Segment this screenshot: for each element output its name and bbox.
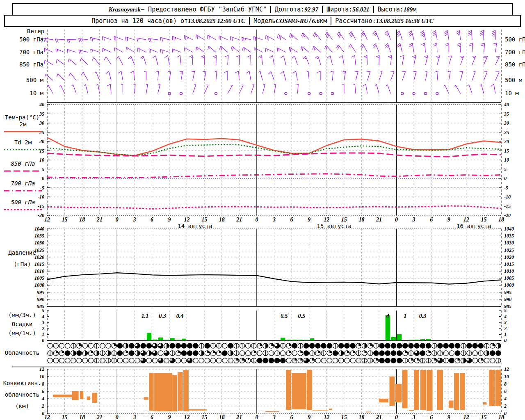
svg-text:21: 21: [96, 414, 103, 420]
wind-barbs: [44, 30, 500, 95]
svg-text:6: 6: [151, 414, 153, 420]
svg-text:25: 25: [39, 130, 44, 135]
svg-text:9: 9: [308, 414, 310, 420]
svg-text:40: 40: [39, 102, 44, 107]
svg-text:18: 18: [498, 414, 504, 420]
svg-text:0: 0: [395, 217, 398, 223]
svg-text:1020: 1020: [34, 254, 44, 260]
conv-cloud-layer: [313, 410, 328, 411]
svg-text:6: 6: [504, 388, 507, 394]
meteogram-plot: 500 гПа500 гПа700 гПа700 гПа850 гПа850 г…: [0, 0, 525, 420]
temperature-legend: 2мTd 2м850 гПа700 гПа500 гПа: [4, 121, 42, 210]
precip-bar: [304, 340, 308, 341]
conv-cloud-layer: [420, 370, 426, 410]
svg-text:-20: -20: [504, 212, 511, 218]
precip-bar: [426, 339, 431, 340]
svg-text:500 м: 500 м: [505, 77, 523, 83]
precip-bar: [298, 340, 303, 340]
svg-text:0: 0: [395, 414, 398, 420]
svg-text:1030: 1030: [34, 240, 44, 246]
svg-text:12: 12: [463, 217, 469, 223]
precip-bar: [281, 338, 285, 340]
svg-text:30: 30: [504, 120, 509, 126]
conv-cloud-layer: [460, 373, 465, 410]
svg-text:15: 15: [481, 414, 486, 420]
precip-bar: [391, 337, 396, 340]
precip-bar: [409, 340, 413, 341]
svg-text:5: 5: [504, 308, 507, 313]
temp-series-2м: [47, 137, 501, 155]
svg-text:9: 9: [447, 414, 450, 420]
svg-text:850 гПа: 850 гПа: [505, 61, 525, 68]
svg-text:1040: 1040: [504, 226, 514, 232]
svg-text:1010: 1010: [504, 268, 514, 274]
svg-text:1025: 1025: [34, 247, 44, 253]
conv-cloud-layer: [489, 370, 495, 406]
svg-text:12: 12: [463, 414, 469, 420]
svg-text:0: 0: [504, 176, 507, 181]
svg-text:-15: -15: [38, 203, 44, 209]
svg-text:10: 10: [504, 157, 509, 163]
conv-cloud-layer: [427, 370, 432, 411]
svg-text:12: 12: [184, 414, 190, 420]
svg-text:10: 10: [39, 374, 44, 379]
svg-text:12: 12: [504, 366, 509, 372]
svg-text:-5: -5: [40, 185, 44, 191]
svg-text:18: 18: [498, 217, 504, 223]
svg-text:5: 5: [504, 167, 507, 172]
precip-bar: [182, 339, 186, 340]
svg-text:6: 6: [151, 217, 153, 223]
svg-text:4: 4: [504, 396, 507, 402]
svg-text:700 гПа: 700 гПа: [505, 49, 525, 55]
svg-text:1000: 1000: [504, 282, 514, 288]
conv-cloud-layer: [390, 377, 395, 406]
svg-text:995: 995: [504, 290, 511, 295]
svg-text:500 гПа: 500 гПа: [505, 36, 525, 43]
svg-text:15: 15: [504, 148, 509, 154]
svg-text:-10: -10: [504, 194, 511, 200]
svg-text:10 м: 10 м: [505, 90, 519, 96]
cloudiness-rows: [12, 343, 501, 367]
conv-cloud-layer: [292, 373, 306, 409]
svg-text:35: 35: [39, 111, 44, 117]
svg-text:10 м: 10 м: [30, 90, 43, 96]
svg-text:10: 10: [39, 157, 44, 163]
svg-text:15: 15: [201, 414, 207, 420]
svg-text:9: 9: [447, 217, 450, 223]
svg-text:0.4: 0.4: [176, 313, 184, 319]
conv-cloud-layer: [72, 391, 79, 400]
svg-text:8: 8: [504, 381, 507, 387]
svg-text:3: 3: [412, 414, 415, 420]
conv-cloud-layer: [307, 370, 312, 410]
conv-cloud-layer: [395, 384, 402, 402]
svg-text:0: 0: [116, 414, 119, 420]
pressure-chart: 1040104010351035103010301025102510201020…: [34, 226, 514, 309]
svg-text:3: 3: [272, 217, 276, 223]
conv-cloud-layer: [87, 397, 91, 400]
svg-text:1015: 1015: [34, 261, 44, 267]
precip-bar: [415, 340, 419, 340]
svg-text:9: 9: [168, 414, 171, 420]
svg-text:1005: 1005: [504, 275, 514, 281]
svg-text:4: 4: [504, 314, 507, 320]
svg-text:16 августа: 16 августа: [457, 223, 491, 229]
conv-cloud-layer: [366, 412, 371, 413]
svg-text:0: 0: [255, 217, 258, 223]
svg-text:8: 8: [42, 381, 44, 387]
svg-text:21: 21: [96, 217, 103, 223]
precip-bar: [286, 340, 291, 340]
svg-text:15: 15: [341, 217, 347, 223]
svg-text:1005: 1005: [34, 275, 44, 281]
conv-cloud-layer: [437, 370, 443, 410]
wind-section: 500 гПа500 гПа700 гПа700 гПа850 гПа850 г…: [19, 30, 525, 103]
svg-text:3: 3: [504, 320, 507, 325]
svg-text:18: 18: [358, 414, 364, 420]
svg-text:12: 12: [324, 414, 329, 420]
svg-text:0: 0: [116, 217, 119, 223]
precip-bar: [170, 338, 175, 340]
svg-text:1025: 1025: [504, 247, 514, 253]
svg-text:2: 2: [41, 326, 44, 331]
conv-cloud-layer: [495, 370, 501, 406]
svg-text:4: 4: [386, 313, 389, 319]
svg-text:15: 15: [62, 217, 68, 223]
